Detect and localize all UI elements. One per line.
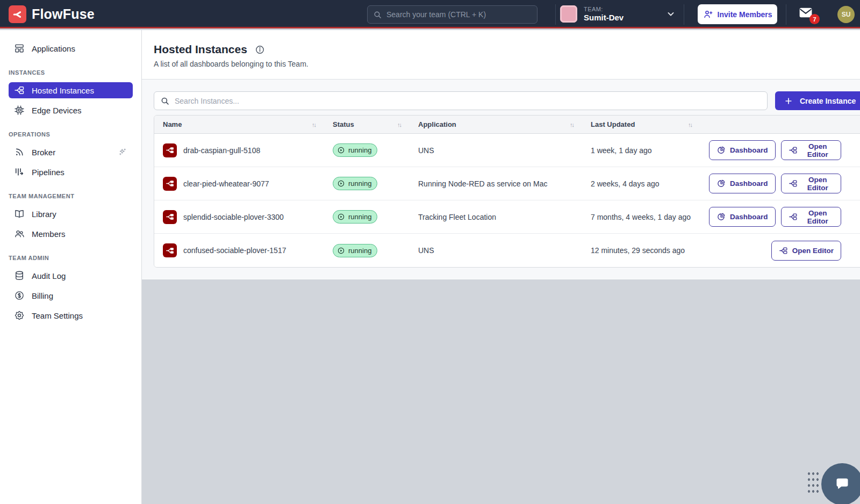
- sidebar-item-label: Broker: [32, 148, 55, 157]
- status-badge: running: [333, 143, 377, 157]
- column-header-last-updated[interactable]: Last Updated↑↓: [582, 120, 700, 128]
- widget-drag-handle[interactable]: [807, 471, 820, 494]
- open-editor-button[interactable]: Open Editor: [781, 207, 841, 227]
- node-red-instance-icon: [163, 143, 177, 157]
- create-instance-button[interactable]: Create Instance: [775, 91, 860, 110]
- sidebar-section-operations: OPERATIONS: [9, 131, 133, 138]
- sidebar-item-label: Billing: [32, 291, 53, 300]
- chip-icon: [14, 105, 25, 116]
- status-badge: running: [333, 177, 377, 190]
- column-header-application[interactable]: Application↑↓: [410, 120, 582, 128]
- info-icon[interactable]: [255, 45, 265, 55]
- sidebar-section-instances: INSTANCES: [9, 69, 133, 76]
- open-editor-button[interactable]: Open Editor: [781, 140, 841, 160]
- pipelines-icon: [14, 167, 25, 177]
- chat-bubble-icon: [833, 474, 852, 494]
- sidebar-item-label: Members: [32, 229, 66, 239]
- table-row[interactable]: confused-sociable-plover-1517 running UN…: [154, 234, 860, 267]
- node-red-fork-icon: [14, 85, 25, 96]
- column-header-status[interactable]: Status↑↓: [324, 120, 410, 128]
- table-row[interactable]: clear-pied-wheatear-9077 running Running…: [154, 167, 860, 200]
- application-name: UNS: [410, 246, 582, 255]
- sidebar-item-label: Hosted Instances: [32, 86, 94, 95]
- pie-chart-icon: [716, 179, 726, 188]
- flowfuse-logo[interactable]: FlowFuse: [9, 5, 95, 23]
- sort-icon[interactable]: ↑↓: [397, 121, 401, 128]
- team-label: TEAM:: [584, 6, 624, 12]
- sidebar-item-hosted-instances[interactable]: Hosted Instances: [9, 82, 133, 98]
- gear-icon: [14, 310, 25, 321]
- sort-icon[interactable]: ↑↓: [312, 121, 316, 128]
- sidebar-item-edge-devices[interactable]: Edge Devices: [9, 102, 133, 118]
- table-header-row: Name↑↓ Status↑↓ Application↑↓ Last Updat…: [154, 116, 860, 134]
- sidebar-item-label: Team Settings: [32, 311, 83, 320]
- chevron-down-icon[interactable]: [665, 9, 676, 19]
- sidebar-item-label: Pipelines: [32, 168, 64, 177]
- create-instance-label: Create Instance: [800, 97, 856, 105]
- brand-name: FlowFuse: [32, 6, 95, 22]
- instance-name: confused-sociable-plover-1517: [183, 246, 286, 255]
- last-updated: 2 weeks, 4 days ago: [582, 179, 700, 188]
- sidebar-item-pipelines[interactable]: Pipelines: [9, 164, 133, 180]
- sidebar-item-audit-log[interactable]: Audit Log: [9, 268, 133, 284]
- sidebar: Applications INSTANCES Hosted Instances …: [0, 30, 142, 504]
- node-red-fork-icon: [789, 146, 798, 155]
- sort-icon[interactable]: ↑↓: [688, 121, 692, 128]
- user-plus-icon: [703, 9, 713, 19]
- dashboard-button[interactable]: Dashboard: [709, 140, 776, 160]
- team-search-input[interactable]: [386, 10, 532, 19]
- open-editor-button[interactable]: Open Editor: [771, 241, 841, 261]
- team-switcher[interactable]: TEAM: Sumit-Dev: [560, 5, 624, 23]
- user-avatar[interactable]: SU: [837, 6, 855, 23]
- table-row[interactable]: splendid-sociable-plover-3300 running Tr…: [154, 200, 860, 234]
- sidebar-item-applications[interactable]: Applications: [9, 40, 133, 56]
- sidebar-section-team-management: TEAM MANAGEMENT: [9, 193, 133, 199]
- pie-chart-icon: [716, 212, 726, 221]
- dollar-circle-icon: [14, 290, 25, 301]
- column-header-name[interactable]: Name↑↓: [154, 120, 324, 128]
- sidebar-item-library[interactable]: Library: [9, 206, 133, 222]
- sidebar-item-billing[interactable]: Billing: [9, 287, 133, 304]
- invite-members-label: Invite Members: [718, 10, 772, 19]
- open-editor-button[interactable]: Open Editor: [781, 174, 841, 193]
- sort-icon[interactable]: ↑↓: [570, 121, 574, 128]
- sidebar-item-label: Library: [32, 210, 56, 219]
- node-red-fork-icon: [789, 212, 798, 221]
- sidebar-section-team-admin: TEAM ADMIN: [9, 255, 133, 261]
- chat-widget-button[interactable]: [821, 463, 860, 504]
- team-search-box[interactable]: [367, 5, 538, 24]
- instances-section: Create Instance Name↑↓ Status↑↓ Applicat…: [142, 80, 860, 279]
- book-icon: [14, 208, 25, 219]
- broadcast-icon: [14, 147, 25, 157]
- instances-search-box[interactable]: [154, 91, 768, 110]
- table-body: drab-caspian-gull-5108 running UNS 1 wee…: [154, 134, 860, 267]
- node-red-fork-icon: [779, 246, 788, 255]
- dashboard-button[interactable]: Dashboard: [709, 207, 776, 227]
- sidebar-item-team-settings[interactable]: Team Settings: [9, 307, 133, 323]
- instance-name: drab-caspian-gull-5108: [183, 146, 260, 155]
- users-icon: [14, 228, 25, 239]
- navbar-divider: [684, 4, 684, 25]
- sidebar-item-members[interactable]: Members: [9, 226, 133, 242]
- search-icon: [373, 10, 382, 19]
- last-updated: 12 minutes, 29 seconds ago: [582, 246, 700, 255]
- node-red-fork-icon: [789, 179, 798, 188]
- node-red-instance-icon: [163, 243, 177, 257]
- pie-chart-icon: [716, 146, 726, 155]
- dashboard-button[interactable]: Dashboard: [709, 174, 776, 193]
- sidebar-item-broker[interactable]: Broker: [9, 144, 133, 160]
- page-header: Hosted Instances A list of all dashboard…: [142, 30, 860, 80]
- last-updated: 7 months, 4 weeks, 1 day ago: [582, 213, 700, 221]
- sidebar-item-label: Edge Devices: [32, 106, 82, 115]
- last-updated: 1 week, 1 day ago: [582, 146, 700, 155]
- search-icon: [160, 96, 170, 106]
- notifications-button[interactable]: 7: [799, 7, 820, 25]
- main-content: Hosted Instances A list of all dashboard…: [142, 30, 860, 279]
- application-name: UNS: [410, 146, 582, 155]
- sidebar-item-label: Applications: [32, 44, 75, 53]
- invite-members-button[interactable]: Invite Members: [698, 4, 777, 24]
- instances-search-input[interactable]: [175, 97, 761, 105]
- page-subtitle: A list of all dashboards belonging to th…: [154, 60, 860, 68]
- table-row[interactable]: drab-caspian-gull-5108 running UNS 1 wee…: [154, 134, 860, 167]
- sidebar-item-label: Audit Log: [32, 271, 66, 280]
